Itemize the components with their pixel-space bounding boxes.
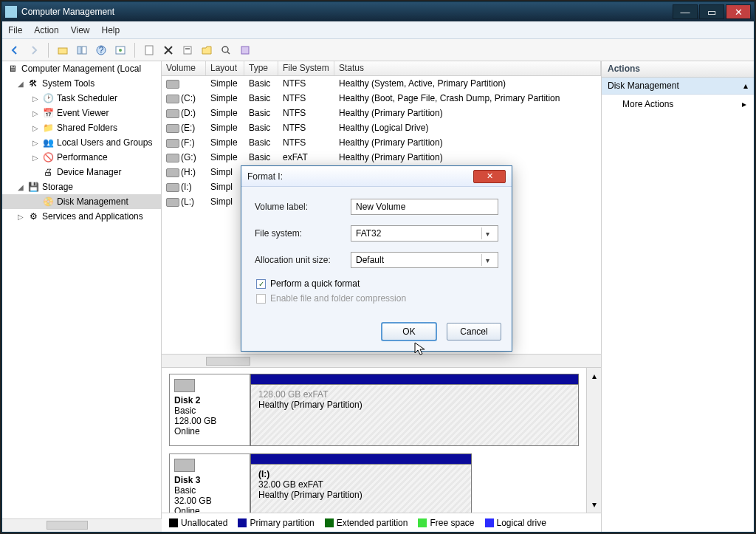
expand-icon[interactable]: ▷ <box>32 124 39 132</box>
back-button[interactable] <box>7 42 23 58</box>
tree-shared-folders[interactable]: Shared Folders <box>57 123 117 133</box>
volume-row[interactable]: (E:)SimpleBasicNTFSHealthy (Logical Driv… <box>162 120 601 135</box>
tree-performance[interactable]: Performance <box>57 152 108 162</box>
up-button[interactable] <box>55 42 71 58</box>
collapse-icon[interactable]: ◢ <box>17 80 24 88</box>
volume-icon <box>166 124 179 133</box>
disk-scrollbar[interactable]: ▴ ▾ <box>586 368 601 513</box>
chevron-down-icon: ▾ <box>481 254 493 266</box>
partition-area[interactable]: (I:) 32.00 GB exFAT Healthy (Primary Par… <box>250 453 472 513</box>
delete-button[interactable] <box>160 42 176 58</box>
svg-rect-1 <box>78 47 81 54</box>
partition-area[interactable]: 128.00 GB exFAT Healthy (Primary Partiti… <box>250 374 579 446</box>
window-title: Computer Management <box>21 7 671 17</box>
col-volume[interactable]: Volume <box>162 61 206 75</box>
dialog-titlebar[interactable]: Format I: ✕ <box>241 166 512 187</box>
svg-point-6 <box>119 49 122 52</box>
col-layout[interactable]: Layout <box>206 61 244 75</box>
volume-icon <box>166 80 179 89</box>
tree-task-scheduler[interactable]: Task Scheduler <box>57 93 117 103</box>
menu-help[interactable]: Help <box>102 25 120 35</box>
volume-row[interactable]: (D:)SimpleBasicNTFSHealthy (Primary Part… <box>162 106 601 120</box>
scroll-up-icon[interactable]: ▴ <box>592 371 597 381</box>
actions-header: Actions <box>602 61 754 78</box>
scroll-down-icon[interactable]: ▾ <box>592 499 597 510</box>
tools-icon: 🛠 <box>27 78 39 89</box>
volume-icon <box>166 168 179 177</box>
svg-rect-0 <box>58 48 67 54</box>
show-hide-tree-button[interactable] <box>74 42 90 58</box>
tree-local-users[interactable]: Local Users and Groups <box>57 137 152 148</box>
tree-scrollbar[interactable] <box>2 518 162 532</box>
collapse-icon[interactable]: ▴ <box>743 81 748 91</box>
volume-row[interactable]: SimpleBasicNTFSHealthy (System, Active, … <box>162 76 601 91</box>
tree-device-manager[interactable]: Device Manager <box>57 167 121 177</box>
minimize-button[interactable]: — <box>673 4 698 19</box>
volume-row[interactable]: (G:)SimpleBasicexFATHealthy (Primary Par… <box>162 150 601 165</box>
col-filesystem[interactable]: File System <box>278 61 334 75</box>
disk-row[interactable]: Disk 3 Basic 32.00 GB Online (I:) 32.00 … <box>169 453 579 513</box>
col-status[interactable]: Status <box>334 61 601 75</box>
expand-icon[interactable]: ▷ <box>32 154 39 162</box>
expand-icon[interactable]: ▷ <box>32 95 39 103</box>
toolbar: ? <box>2 39 754 61</box>
tree-disk-management[interactable]: Disk Management <box>57 196 128 207</box>
settings-button[interactable] <box>237 42 253 58</box>
tree-storage[interactable]: Storage <box>42 182 73 192</box>
dialog-title: Format I: <box>247 171 473 182</box>
disk-row[interactable]: Disk 2 Basic 128.00 GB Online 128.00 GB … <box>169 374 579 446</box>
collapse-icon[interactable]: ◢ <box>17 183 24 191</box>
tree-root[interactable]: Computer Management (Local <box>21 64 141 74</box>
expand-icon[interactable]: ▷ <box>32 139 39 147</box>
allocation-label: Allocation unit size: <box>255 255 351 265</box>
tree-event-viewer[interactable]: Event Viewer <box>57 108 109 118</box>
compression-checkbox: Enable file and folder compression <box>256 293 498 304</box>
maximize-button[interactable]: ▭ <box>699 4 724 19</box>
close-button[interactable] <box>726 4 751 19</box>
titlebar[interactable]: Computer Management — ▭ <box>2 2 754 21</box>
legend-logical-icon <box>485 518 494 527</box>
expand-icon[interactable]: ▷ <box>32 109 39 117</box>
refresh-button[interactable] <box>112 42 128 58</box>
open-button[interactable] <box>199 42 215 58</box>
tree-services[interactable]: Services and Applications <box>42 211 143 222</box>
legend-extended-icon <box>325 518 334 527</box>
action-button[interactable] <box>179 42 196 58</box>
navigation-tree[interactable]: 🖥Computer Management (Local ◢🛠System Too… <box>2 61 162 518</box>
dialog-close-button[interactable]: ✕ <box>473 170 506 183</box>
chevron-down-icon: ▾ <box>481 227 493 239</box>
ok-button[interactable]: OK <box>382 323 436 340</box>
properties-button[interactable] <box>141 42 157 58</box>
volume-scrollbar[interactable] <box>162 354 601 367</box>
menu-file[interactable]: File <box>8 25 22 35</box>
filesystem-select[interactable]: FAT32 ▾ <box>351 225 498 242</box>
svg-point-10 <box>222 47 228 52</box>
filesystem-label: File system: <box>255 228 351 239</box>
tree-system-tools[interactable]: System Tools <box>42 78 94 89</box>
forward-button[interactable] <box>26 42 42 58</box>
svg-rect-7 <box>145 46 153 55</box>
menu-view[interactable]: View <box>71 25 90 35</box>
volume-row[interactable]: (F:)SimpleBasicNTFSHealthy (Primary Part… <box>162 135 601 150</box>
menubar: File Action View Help <box>2 21 754 39</box>
menu-action[interactable]: Action <box>34 25 58 35</box>
volume-label-label: Volume label: <box>255 202 351 212</box>
col-type[interactable]: Type <box>244 61 278 75</box>
legend: Unallocated Primary partition Extended p… <box>162 513 601 532</box>
allocation-select[interactable]: Default ▾ <box>351 252 498 268</box>
actions-more[interactable]: More Actions ▸ <box>602 95 754 114</box>
disk-icon <box>174 459 195 472</box>
actions-section[interactable]: Disk Management ▴ <box>602 78 754 95</box>
volume-label-input[interactable] <box>351 199 498 215</box>
expand-icon[interactable]: ▷ <box>17 213 24 221</box>
disk-size: 128.00 GB <box>174 416 245 426</box>
quick-format-checkbox[interactable]: ✓ Perform a quick format <box>256 278 498 289</box>
legend-free-icon <box>418 518 427 527</box>
disk-type: Basic <box>174 485 245 496</box>
help-button[interactable]: ? <box>93 42 109 58</box>
magnify-button[interactable] <box>218 42 234 58</box>
cancel-button[interactable]: Cancel <box>447 323 501 340</box>
device-icon: 🖨 <box>42 166 54 178</box>
disk-size: 32.00 GB <box>174 496 245 506</box>
volume-row[interactable]: (C:)SimpleBasicNTFSHealthy (Boot, Page F… <box>162 91 601 106</box>
